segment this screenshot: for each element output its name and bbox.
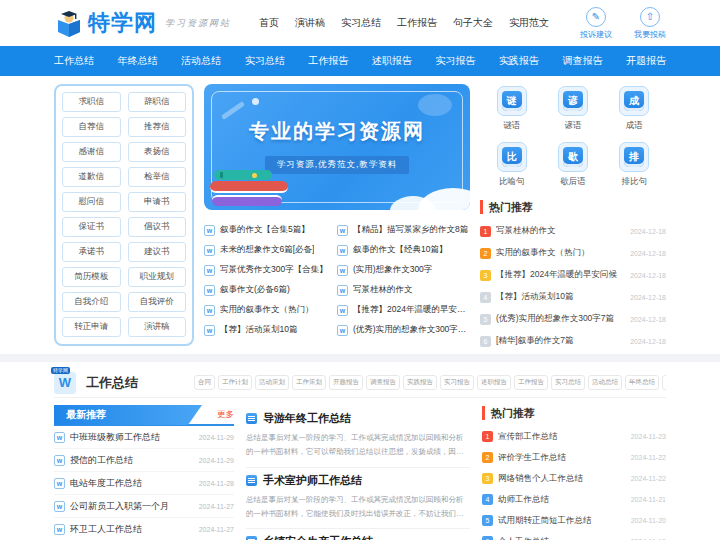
doc-icon (246, 475, 257, 486)
hot-item[interactable]: 2 评价学生工作总结 2024-11-22 (482, 447, 666, 468)
article-link[interactable]: w (优秀)实用的想象作文300字7篇 (337, 320, 470, 340)
rank-badge: 6 (480, 336, 491, 347)
site-logo[interactable]: 特学网 (54, 8, 157, 38)
tag-link[interactable]: 开题报告 (329, 375, 363, 390)
topnav-link[interactable]: 工作报告 (397, 16, 437, 30)
hot-item[interactable]: 5 试用期转正简短工作总结 2024-11-20 (482, 510, 666, 531)
letter-category-button[interactable]: 倡议书 (128, 217, 187, 237)
category-nav-link[interactable]: 开题报告 (626, 54, 666, 68)
category-nav-link[interactable]: 述职报告 (372, 54, 412, 68)
letter-category-button[interactable]: 转正申请 (62, 317, 121, 337)
more-link[interactable]: 更多 (217, 409, 234, 421)
tag-link[interactable]: 调查报告 (366, 375, 400, 390)
tag-link[interactable]: 实践报告 (403, 375, 437, 390)
letter-category-button[interactable]: 自我评价 (128, 292, 187, 312)
hot-item[interactable]: 2 实用的叙事作文（热门） 2024-12-18 (480, 242, 666, 264)
hot-item[interactable]: 4 幼师工作总结 2024-11-21 (482, 489, 666, 510)
quick-category-link[interactable]: 比 比喻句 (484, 142, 539, 188)
tag-link[interactable]: 工作计划 (218, 375, 252, 390)
tag-link[interactable]: 工作总结 (662, 375, 666, 390)
article-link[interactable]: w 实用的叙事作文（热门） (204, 300, 337, 320)
article-link[interactable]: w 【推荐】2024年温暖的早安问候语 (337, 300, 470, 320)
list-item[interactable]: w 中班班级教师工作总结 2024-11-29 (54, 426, 234, 449)
doc-icon (246, 536, 257, 540)
tag-link[interactable]: 年终总结 (625, 375, 659, 390)
article-link[interactable]: w (实用)想象作文300字 (337, 260, 470, 280)
letter-category-button[interactable]: 辞职信 (128, 92, 187, 112)
hot-item[interactable]: 3 网络销售个人工作总结 2024-11-22 (482, 468, 666, 489)
letter-category-button[interactable]: 感谢信 (62, 142, 121, 162)
category-nav-link[interactable]: 实习总结 (245, 54, 285, 68)
article-link[interactable]: w 未来的想象作文6篇[必备] (204, 240, 337, 260)
list-item[interactable]: w 电站年度工作总结 2024-11-28 (54, 472, 234, 495)
category-nav-link[interactable]: 活动总结 (181, 54, 221, 68)
topnav-link[interactable]: 句子大全 (453, 16, 493, 30)
list-item[interactable]: w 环卫工人工作总结 2024-11-27 (54, 518, 234, 540)
topnav-link[interactable]: 演讲稿 (295, 16, 325, 30)
letter-category-button[interactable]: 慰问信 (62, 192, 121, 212)
topnav-link[interactable]: 首页 (259, 16, 279, 30)
article-link[interactable]: w 叙事作文(必备6篇) (204, 280, 337, 300)
article-item[interactable]: 手术室护师工作总结 总结是事后对某一阶段的学习、工作或其完成情况加以回顾和分析的… (246, 468, 470, 530)
tag-link[interactable]: 述职报告 (477, 375, 511, 390)
topnav-link[interactable]: 实习总结 (341, 16, 381, 30)
article-link[interactable]: w 【荐】活动策划10篇 (204, 320, 337, 340)
list-item[interactable]: w 授信的工作总结 2024-11-29 (54, 449, 234, 472)
hot-item[interactable]: 1 宣传部工作总结 2024-11-23 (482, 426, 666, 447)
article-link[interactable]: w 叙事的作文【经典10篇】 (337, 240, 470, 260)
letter-category-button[interactable]: 检举信 (128, 167, 187, 187)
letter-category-button[interactable]: 保证书 (62, 217, 121, 237)
site-tagline: 学习资源网站 (165, 17, 231, 30)
rank-badge: 6 (482, 536, 493, 540)
quick-category-link[interactable]: 歇 歇后语 (545, 142, 600, 188)
hot-item[interactable]: 6 [精华]叙事的作文7篇 2024-12-18 (480, 330, 666, 352)
submit-post-button[interactable]: ⇧ 我要投稿 (634, 7, 666, 40)
category-nav-link[interactable]: 实践报告 (499, 54, 539, 68)
article-link[interactable]: w 写景桂林的作文 (337, 280, 470, 300)
tag-link[interactable]: 工作报告 (514, 375, 548, 390)
article-item[interactable]: 导游年终工作总结 总结是事后对某一阶段的学习、工作或其完成情况加以回顾和分析的一… (246, 406, 470, 468)
category-nav-link[interactable]: 年终总结 (118, 54, 158, 68)
doc-icon: w (204, 285, 215, 296)
category-nav-link[interactable]: 工作总结 (54, 54, 94, 68)
hot-item[interactable]: 6 个人工作总结 2024-11-19 (482, 531, 666, 540)
letter-category-button[interactable]: 推荐信 (128, 117, 187, 137)
list-item[interactable]: w 公司新员工入职第一个月 2024-11-27 (54, 495, 234, 518)
letter-category-button[interactable]: 申请书 (128, 192, 187, 212)
category-nav-link[interactable]: 调查报告 (562, 54, 602, 68)
tag-link[interactable]: 合同 (194, 375, 215, 390)
category-nav-link[interactable]: 工作报告 (308, 54, 348, 68)
letter-category-button[interactable]: 道歉信 (62, 167, 121, 187)
tag-link[interactable]: 工作策划 (292, 375, 326, 390)
feedback-button[interactable]: ✎ 投诉建议 (580, 7, 612, 40)
tag-link[interactable]: 实习总结 (551, 375, 585, 390)
topnav-link[interactable]: 实用范文 (509, 16, 549, 30)
hot-item[interactable]: 1 写景桂林的作文 2024-12-18 (480, 220, 666, 242)
tag-link[interactable]: 活动策划 (255, 375, 289, 390)
tag-link[interactable]: 活动总结 (588, 375, 622, 390)
quick-category-link[interactable]: 排 排比句 (607, 142, 662, 188)
article-link[interactable]: w 叙事的作文【合集5篇】 (204, 220, 337, 240)
article-link[interactable]: w 【精品】描写景家乡的作文8篇 (337, 220, 470, 240)
item-date: 2024-11-28 (199, 480, 234, 487)
article-item[interactable]: 乡镇安全生产工作总结 总结是指对某一阶段的工作、学习或思想中的经验或情况加以总结… (246, 529, 470, 540)
tag-link[interactable]: 实习报告 (440, 375, 474, 390)
letter-category-button[interactable]: 职业规划 (128, 267, 187, 287)
letter-category-button[interactable]: 演讲稿 (128, 317, 187, 337)
letter-category-button[interactable]: 自我介绍 (62, 292, 121, 312)
letter-category-button[interactable]: 简历模板 (62, 267, 121, 287)
category-nav-link[interactable]: 实习报告 (435, 54, 475, 68)
hot-item[interactable]: 3 【推荐】2024年温暖的早安问候 2024-12-18 (480, 264, 666, 286)
letter-category-button[interactable]: 建议书 (128, 242, 187, 262)
letter-category-button[interactable]: 表扬信 (128, 142, 187, 162)
letter-category-button[interactable]: 求职信 (62, 92, 121, 112)
quick-category-link[interactable]: 成 成语 (607, 86, 662, 132)
quick-category-link[interactable]: 谜 谜语 (484, 86, 539, 132)
hot-item[interactable]: 4 【荐】活动策划10篇 2024-12-18 (480, 286, 666, 308)
hero-banner[interactable]: 专业的学习资源网 学习资源,优秀范文,教学资料 (204, 84, 470, 210)
hot-item[interactable]: 5 (优秀)实用的想象作文300字7篇 2024-12-18 (480, 308, 666, 330)
article-link[interactable]: w 写景优秀作文300字【合集】 (204, 260, 337, 280)
letter-category-button[interactable]: 承诺书 (62, 242, 121, 262)
letter-category-button[interactable]: 自荐信 (62, 117, 121, 137)
quick-category-link[interactable]: 谚 谚语 (545, 86, 600, 132)
